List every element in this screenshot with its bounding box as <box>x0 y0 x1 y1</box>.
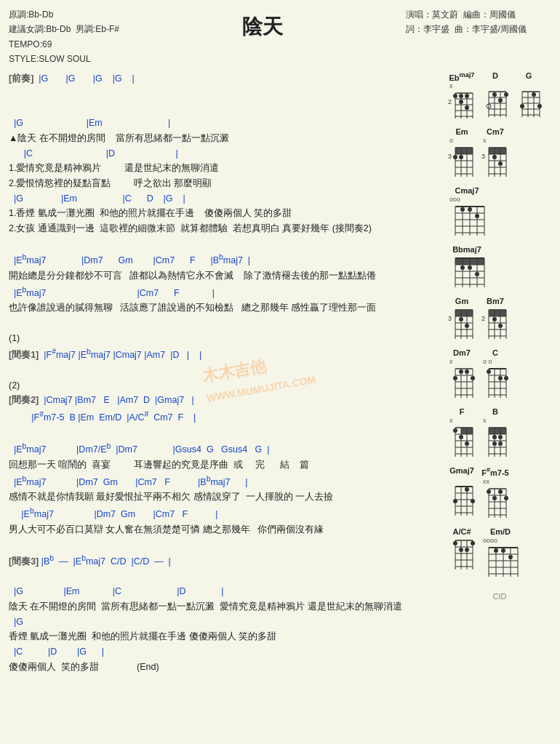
svg-point-131 <box>471 376 475 380</box>
chord-ebmaj7: Ebmaj7 x 2 <box>448 71 476 122</box>
chord-dm7: Dm7 x <box>448 348 476 401</box>
svg-text:3: 3 <box>448 153 452 160</box>
f-diagram <box>448 424 476 460</box>
main-content: [前奏] |G |G |G |G | |G |Em | ▲陰天 在不開燈的房間 … <box>9 71 551 675</box>
cmaj7-diagram <box>448 203 486 239</box>
chord-em-d: Em/D oooo <box>481 527 519 580</box>
svg-point-10 <box>453 94 457 98</box>
header-left: 原調:Bb-Db 建議女調:Bb-Db 男調:Eb-F# TEMPO:69 ST… <box>9 7 119 67</box>
dm7-diagram <box>448 365 476 401</box>
svg-point-168 <box>498 435 503 439</box>
em-d-diagram <box>481 544 519 580</box>
b-diagram <box>481 424 509 460</box>
svg-point-90 <box>460 265 465 270</box>
chord-group-8: Gmaj7 <box>448 466 551 521</box>
svg-point-167 <box>492 435 497 439</box>
svg-point-221 <box>508 555 513 559</box>
svg-point-219 <box>494 548 498 553</box>
chord-f: F x <box>448 407 476 460</box>
chord-group-5: Gm 3 <box>448 297 551 343</box>
bbmaj7-diagram <box>448 255 486 291</box>
svg-point-180 <box>453 499 457 503</box>
chord-group-1: Ebmaj7 x 2 <box>448 71 551 122</box>
chord-fsharp-m7b5: F#m7-5 xx <box>481 466 509 521</box>
svg-point-193 <box>492 496 497 500</box>
svg-point-206 <box>459 548 463 552</box>
c-diagram <box>481 365 509 401</box>
svg-text:2: 2 <box>448 98 452 105</box>
svg-point-78 <box>475 214 479 218</box>
chord-group-6: Dm7 x <box>448 348 551 401</box>
chord-gmaj7: Gmaj7 <box>448 466 476 521</box>
svg-point-76 <box>460 207 465 212</box>
svg-rect-116 <box>489 310 506 316</box>
svg-point-104 <box>459 317 463 321</box>
chord-bm7: Bm7 2 <box>481 297 509 343</box>
svg-point-170 <box>498 441 503 446</box>
original-key: 原調:Bb-Db <box>9 7 119 22</box>
chord-group-9: A/C# <box>448 527 551 580</box>
svg-rect-103 <box>455 310 473 316</box>
svg-text:3: 3 <box>481 153 485 160</box>
svg-point-192 <box>487 489 491 494</box>
lyricist-line: 詞：李宇盛 曲：李宇盛/周國儀 <box>406 22 551 36</box>
chord-c: C o o <box>481 348 509 401</box>
svg-point-14 <box>465 105 469 110</box>
svg-point-51 <box>453 155 457 159</box>
chord-group-3: Cmaj7 ooo <box>448 186 551 239</box>
svg-point-182 <box>471 499 475 503</box>
d-diagram <box>481 88 509 120</box>
chord-ac-sharp: A/C# <box>448 527 476 580</box>
style: STYLE:SLOW SOUL <box>9 52 119 66</box>
lyrics-area: [前奏] |G |G |G |G | |G |Em | ▲陰天 在不開燈的房間 … <box>9 71 444 675</box>
chord-group-7: F x <box>448 407 551 460</box>
svg-point-117 <box>492 317 497 321</box>
tempo: TEMPO:69 <box>9 37 119 52</box>
chord-gm: Gm 3 <box>448 297 476 343</box>
g-diagram <box>515 88 543 120</box>
svg-point-181 <box>465 487 469 492</box>
svg-point-195 <box>504 496 508 500</box>
svg-point-92 <box>475 272 479 276</box>
svg-point-143 <box>504 376 508 380</box>
svg-rect-63 <box>489 148 506 154</box>
performer-line: 演唱：莫文蔚 編曲：周國儀 <box>406 7 551 22</box>
svg-point-220 <box>501 548 505 553</box>
chord-group-2: Em o 3 <box>448 127 551 180</box>
svg-point-24 <box>492 92 497 97</box>
svg-point-13 <box>459 100 463 104</box>
svg-point-91 <box>468 265 472 270</box>
chord-cm7: Cm7 x 3 <box>481 127 509 180</box>
gm-diagram: 3 <box>448 306 476 343</box>
svg-point-118 <box>498 324 503 328</box>
chord-group-4: Bbmaj7 <box>448 245 551 291</box>
svg-point-142 <box>498 376 503 380</box>
svg-point-207 <box>465 548 469 552</box>
svg-rect-153 <box>461 428 473 434</box>
svg-point-37 <box>520 104 524 108</box>
svg-point-205 <box>453 541 457 545</box>
header-area: 原調:Bb-Db 建議女調:Bb-Db 男調:Eb-F# TEMPO:69 ST… <box>9 7 551 67</box>
svg-point-141 <box>487 369 491 374</box>
ebmaj7-diagram: 2 <box>448 89 476 121</box>
svg-point-38 <box>532 92 536 97</box>
svg-point-77 <box>468 207 472 212</box>
svg-point-130 <box>453 376 457 380</box>
svg-point-105 <box>465 324 469 328</box>
chord-g: G <box>515 71 543 122</box>
svg-point-25 <box>498 98 503 103</box>
svg-rect-89 <box>455 258 484 265</box>
svg-point-11 <box>459 94 463 98</box>
svg-point-156 <box>465 441 469 446</box>
svg-point-208 <box>471 541 475 545</box>
chord-d: D <box>481 71 509 122</box>
ac-sharp-diagram <box>448 537 476 573</box>
gmaj7-diagram <box>448 483 476 519</box>
svg-point-12 <box>465 94 469 98</box>
chord-cmaj7: Cmaj7 ooo <box>448 186 486 239</box>
song-title: 陰天 <box>119 13 406 41</box>
svg-text:3: 3 <box>448 315 452 322</box>
svg-point-52 <box>459 155 463 159</box>
svg-point-169 <box>492 441 497 446</box>
svg-rect-166 <box>489 428 506 434</box>
